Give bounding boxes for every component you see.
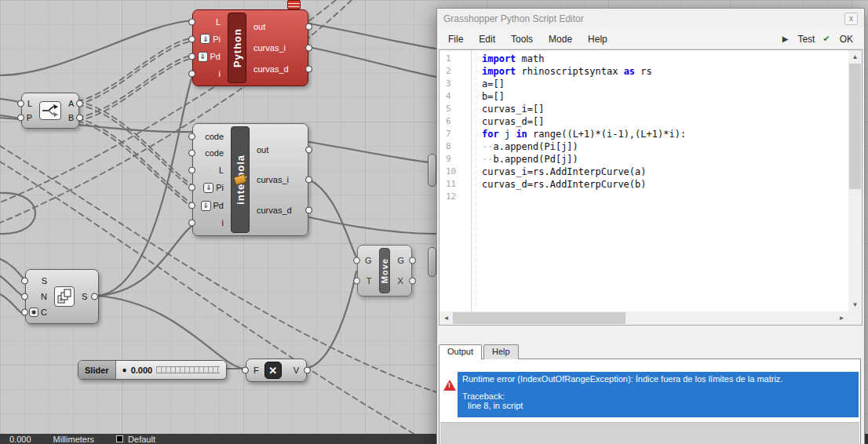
units-label[interactable]: Millimeters xyxy=(53,434,95,444)
port-dot[interactable] xyxy=(305,177,312,184)
interpola-component-bar[interactable]: interpola xyxy=(231,126,250,233)
port-dot[interactable] xyxy=(353,257,360,264)
menu-file[interactable]: File xyxy=(440,31,471,48)
vertical-scrollbar[interactable]: ▲ ▼ xyxy=(848,50,862,311)
python-component[interactable]: L ⇓Pi ⇓Pd i Python out curvas_i curvas_d xyxy=(192,9,308,86)
dispatch-input-L[interactable]: L xyxy=(22,99,38,108)
interpola-output-curvas_i[interactable]: curvas_i xyxy=(251,175,308,184)
code-line[interactable]: curvas_i=rs.AddInterpCurve(a) xyxy=(482,166,848,178)
scroll-up-icon[interactable]: ▲ xyxy=(848,50,862,64)
port-dot[interactable] xyxy=(76,100,83,107)
dispatch-component[interactable]: L P A B xyxy=(21,93,79,129)
port-dot[interactable] xyxy=(188,53,195,60)
slider-body[interactable]: ● 0.000 xyxy=(116,361,226,379)
multiply-output-V[interactable]: V xyxy=(290,366,306,375)
code-line[interactable]: import math xyxy=(482,53,848,65)
series-component[interactable]: S N ✱C 0 S xyxy=(25,269,99,324)
menu-mode[interactable]: Mode xyxy=(541,31,580,48)
tab-help[interactable]: Help xyxy=(483,344,519,359)
code-line[interactable]: curvas_d=[] xyxy=(482,115,848,128)
move-input-T[interactable]: T xyxy=(358,276,377,286)
interpola-output-out[interactable]: out xyxy=(251,145,308,155)
multiply-input-F[interactable]: F xyxy=(246,366,263,375)
move-output-X[interactable]: X xyxy=(392,276,411,286)
port-dot[interactable] xyxy=(188,150,195,157)
flatten-icon[interactable]: ⇓ xyxy=(203,183,213,193)
port-dot[interactable] xyxy=(305,45,312,52)
close-button[interactable]: x xyxy=(844,13,858,25)
port-dot[interactable] xyxy=(17,115,24,122)
flatten-icon[interactable]: ⇓ xyxy=(201,201,211,211)
interpola-input-L[interactable]: L xyxy=(193,166,229,175)
port-dot[interactable] xyxy=(21,278,28,285)
scroll-left-icon[interactable]: ◄ xyxy=(439,311,453,325)
menu-help[interactable]: Help xyxy=(580,31,615,48)
port-dot[interactable] xyxy=(188,35,195,42)
interpola-input-code2[interactable]: code xyxy=(193,148,229,158)
port-dot[interactable] xyxy=(21,309,28,316)
code-line[interactable]: b=[] xyxy=(482,90,848,103)
interpola-input-i[interactable]: i xyxy=(193,218,229,227)
series-input-N[interactable]: N xyxy=(26,292,53,301)
port-dot[interactable] xyxy=(188,220,195,227)
move-output-G[interactable]: G xyxy=(392,256,411,265)
port-dot[interactable] xyxy=(188,167,195,174)
python-input-Pi[interactable]: ⇓Pi xyxy=(193,34,226,44)
port-dot[interactable] xyxy=(188,19,195,26)
port-dot[interactable] xyxy=(305,206,312,213)
clipped-component[interactable] xyxy=(428,247,436,277)
port-dot[interactable] xyxy=(409,257,416,264)
layer-color-swatch[interactable] xyxy=(116,435,123,442)
python-output-curvas_i[interactable]: curvas_i xyxy=(248,43,308,53)
port-dot[interactable] xyxy=(242,367,249,374)
slider-track[interactable] xyxy=(156,366,220,373)
horizontal-scrollbar[interactable]: ◄ ► xyxy=(439,311,848,325)
ok-button[interactable]: OK xyxy=(832,31,861,48)
error-message-block[interactable]: Runtime error (IndexOutOfRangeException)… xyxy=(458,372,859,417)
dispatch-output-B[interactable]: B xyxy=(63,113,78,122)
code-line[interactable]: for j in range((L+1)*(i-1),(L+1)*i): xyxy=(482,128,848,140)
menu-tools[interactable]: Tools xyxy=(503,31,541,48)
port-dot[interactable] xyxy=(305,66,312,73)
series-output-S[interactable]: S xyxy=(76,292,93,301)
python-input-Pd[interactable]: ⇓Pd xyxy=(193,52,226,62)
multiply-component[interactable]: F ✕ V xyxy=(246,358,307,382)
dispatch-output-A[interactable]: A xyxy=(63,99,78,108)
code-line[interactable] xyxy=(482,191,848,203)
port-dot[interactable] xyxy=(409,277,416,284)
error-balloon-icon[interactable] xyxy=(287,0,301,9)
code-line[interactable]: curvas_i=[] xyxy=(482,103,848,115)
horizontal-scrollbar-thumb[interactable] xyxy=(453,312,625,324)
port-dot[interactable] xyxy=(76,115,83,122)
number-slider[interactable]: Slider ● 0.000 xyxy=(78,360,227,380)
python-input-L[interactable]: L xyxy=(193,17,226,27)
code-line[interactable]: import rhinoscriptsyntax as rs xyxy=(482,65,848,78)
star-icon[interactable]: ✱ xyxy=(29,308,38,317)
layer-name[interactable]: Default xyxy=(128,434,155,444)
vertical-scrollbar-thumb[interactable] xyxy=(849,64,861,189)
interpola-input-Pi[interactable]: ⇓Pi xyxy=(193,183,229,193)
port-dot[interactable] xyxy=(17,100,24,107)
code-lines[interactable]: import mathimport rhinoscriptsyntax as r… xyxy=(471,50,848,311)
python-output-curvas_d[interactable]: curvas_d xyxy=(248,64,308,74)
test-button[interactable]: Test xyxy=(790,31,822,48)
port-dot[interactable] xyxy=(353,277,360,284)
move-component[interactable]: G T Move G X xyxy=(357,245,412,297)
port-dot[interactable] xyxy=(305,146,312,153)
interpola-component[interactable]: code code L ⇓Pi ⇓Pd i interpola out curv… xyxy=(192,123,308,236)
interpola-input-Pd[interactable]: ⇓Pd xyxy=(193,201,229,211)
port-dot[interactable] xyxy=(304,367,311,374)
move-component-bar[interactable]: Move xyxy=(379,248,391,293)
scroll-down-icon[interactable]: ▼ xyxy=(848,298,862,311)
code-line[interactable]: ··b.append(Pd[j]) xyxy=(482,153,848,166)
clipped-component[interactable] xyxy=(428,154,436,187)
flatten-icon[interactable]: ⇓ xyxy=(200,34,210,44)
port-dot[interactable] xyxy=(188,133,195,140)
slider-label[interactable]: Slider xyxy=(78,361,116,379)
port-dot[interactable] xyxy=(188,184,195,191)
python-input-i[interactable]: i xyxy=(193,69,226,78)
port-dot[interactable] xyxy=(91,293,98,300)
editor-titlebar[interactable]: Grasshopper Python Script Editor x xyxy=(437,9,864,29)
scroll-right-icon[interactable]: ► xyxy=(835,311,848,325)
port-dot[interactable] xyxy=(305,24,312,31)
